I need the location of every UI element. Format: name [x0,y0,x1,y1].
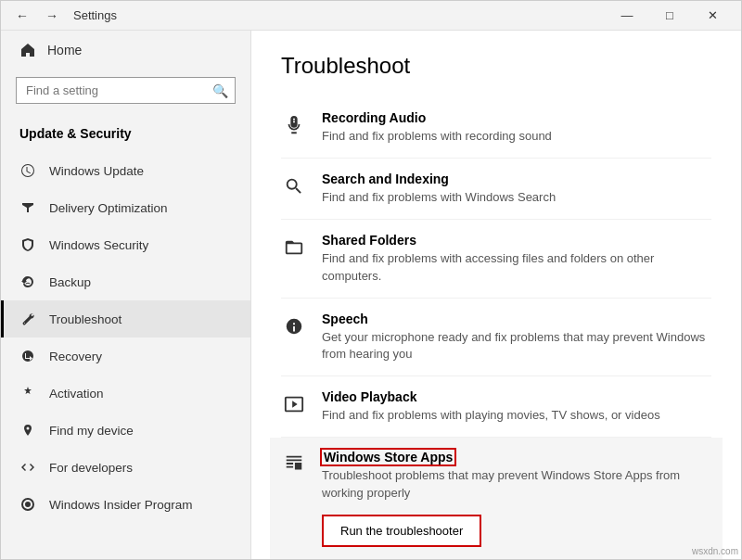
speech-desc: Get your microphone ready and fix proble… [322,329,711,363]
recording-audio-name: Recording Audio [322,110,711,125]
windows-store-apps-name: Windows Store Apps [322,450,454,465]
recording-audio-content: Recording Audio Find and fix problems wi… [322,110,711,145]
sidebar-label-delivery-optimization: Delivery Optimization [49,201,168,215]
back-button[interactable]: ← [8,5,36,27]
video-playback-content: Video Playback Find and fix problems wit… [322,389,711,424]
video-playback-icon [281,391,307,417]
settings-window: ← → Settings — □ ✕ Home 🔍 [0,0,742,560]
troubleshoot-item-recording-audio: Recording Audio Find and fix problems wi… [281,97,711,159]
insider-icon [19,496,36,513]
sidebar-item-for-developers[interactable]: For developers [1,449,250,486]
page-title: Troubleshoot [281,53,711,79]
search-input[interactable] [16,77,236,104]
watermark: wsxdn.com [692,546,738,556]
home-label: Home [47,43,82,57]
wrench-icon [19,311,36,327]
store-icon [281,451,307,477]
troubleshoot-item-video-playback: Video Playback Find and fix problems wit… [281,376,711,438]
backup-icon [19,274,36,290]
update-icon [19,162,36,179]
title-bar-left: ← → Settings [8,5,117,27]
developer-icon [19,459,36,476]
sidebar-label-recovery: Recovery [49,350,102,363]
search-indexing-icon [281,173,307,199]
sidebar-item-windows-insider[interactable]: Windows Insider Program [1,486,250,523]
sidebar-label-windows-update: Windows Update [49,164,144,178]
troubleshoot-item-windows-store-apps: Windows Store Apps Troubleshoot problems… [270,438,723,559]
microphone-icon [281,112,307,138]
troubleshoot-item-search-indexing: Search and Indexing Find and fix problem… [281,159,711,220]
maximize-button[interactable]: □ [648,1,691,31]
shield-icon [19,236,36,253]
activation-icon [19,385,36,401]
sidebar-label-windows-insider: Windows Insider Program [49,498,193,512]
content-area: Home 🔍 Update & Security Windows Update [1,31,741,559]
speech-content: Speech Get your microphone ready and fix… [322,312,711,363]
sidebar-label-windows-security: Windows Security [49,238,148,252]
sidebar-item-backup[interactable]: Backup [1,263,250,300]
recording-audio-desc: Find and fix problems with recording sou… [322,128,711,145]
sidebar-item-troubleshoot[interactable]: Troubleshoot [1,300,250,337]
sidebar-label-find-device: Find my device [49,424,134,438]
find-icon [19,422,36,439]
video-playback-name: Video Playback [322,389,711,404]
windows-store-apps-content: Windows Store Apps Troubleshoot problems… [322,449,711,501]
search-icon: 🔍 [212,83,228,98]
troubleshoot-item-speech: Speech Get your microphone ready and fix… [281,299,711,376]
sidebar-label-backup: Backup [49,275,91,289]
window-controls: — □ ✕ [606,1,734,31]
windows-store-apps-desc: Troubleshoot problems that may prevent W… [322,467,711,501]
sidebar-item-windows-update[interactable]: Windows Update [1,152,250,189]
main-content: Troubleshoot Recording Audio Find and fi… [251,31,741,559]
sidebar: Home 🔍 Update & Security Windows Update [1,31,251,559]
video-playback-desc: Find and fix problems with playing movie… [322,407,711,424]
sidebar-label-for-developers: For developers [49,461,133,475]
search-indexing-content: Search and Indexing Find and fix problem… [322,172,711,206]
shared-folders-icon [281,235,307,261]
search-indexing-name: Search and Indexing [322,172,711,186]
sidebar-item-home[interactable]: Home [1,31,250,70]
sidebar-item-delivery-optimization[interactable]: Delivery Optimization [1,189,250,226]
windows-store-apps-row: Windows Store Apps Troubleshoot problems… [281,449,711,506]
shared-folders-content: Shared Folders Find and fix problems wit… [322,233,711,284]
sidebar-item-recovery[interactable]: Recovery [1,337,250,375]
shared-folders-desc: Find and fix problems with accessing fil… [322,250,711,284]
minimize-button[interactable]: — [606,1,648,31]
sidebar-item-windows-security[interactable]: Windows Security [1,226,250,263]
nav-buttons: ← → [8,5,66,27]
speech-name: Speech [322,312,711,326]
run-troubleshooter-button[interactable]: Run the troubleshooter [322,515,481,547]
window-title: Settings [73,8,117,22]
sidebar-label-troubleshoot: Troubleshoot [49,312,122,326]
sidebar-label-activation: Activation [49,387,104,401]
title-bar: ← → Settings — □ ✕ [1,1,741,31]
search-indexing-desc: Find and fix problems with Windows Searc… [322,189,711,206]
section-title: Update & Security [1,119,250,152]
sidebar-item-find-device[interactable]: Find my device [1,412,250,449]
sidebar-item-activation[interactable]: Activation [1,375,250,412]
close-button[interactable]: ✕ [691,1,734,31]
run-troubleshooter-area: Run the troubleshooter [281,507,711,558]
recovery-icon [19,348,36,364]
forward-button[interactable]: → [38,5,66,27]
speech-icon [281,313,307,339]
search-box: 🔍 [16,77,236,104]
shared-folders-name: Shared Folders [322,233,711,248]
troubleshoot-item-shared-folders: Shared Folders Find and fix problems wit… [281,220,711,298]
home-icon [19,42,36,58]
delivery-icon [19,199,36,216]
